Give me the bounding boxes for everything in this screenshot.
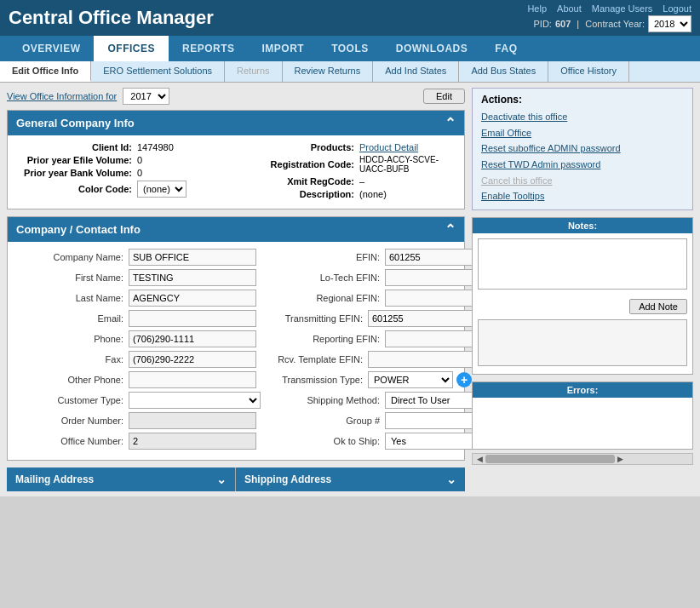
scrollbar-area: ◀ ▶ xyxy=(472,453,693,465)
shipping-chevron-icon: ⌄ xyxy=(446,473,456,486)
mailing-address-panel[interactable]: Mailing Address ⌄ xyxy=(7,467,236,491)
customer-type-select[interactable] xyxy=(129,392,261,409)
company-name-row: Company Name: xyxy=(18,249,261,266)
company-contact-info-title: Company / Contact Info xyxy=(16,223,141,236)
prior-efile-label: Prior year Efile Volume: xyxy=(18,155,137,165)
fax-label: Fax: xyxy=(18,354,129,364)
collapse-icon: ⌃ xyxy=(445,115,456,131)
help-link[interactable]: Help xyxy=(527,3,547,14)
other-phone-row: Other Phone: xyxy=(18,371,261,388)
email-label: Email: xyxy=(18,313,129,324)
general-company-info-panel: General Company Info ⌃ Client Id: 147498… xyxy=(7,110,465,209)
reg-code-row: Registration Code: HDCD-ACCY-SCVE-UACC-B… xyxy=(240,155,454,174)
shipping-address-panel[interactable]: Shipping Address ⌄ xyxy=(236,467,465,491)
about-link[interactable]: About xyxy=(557,3,582,14)
order-number-row: Order Number: xyxy=(18,412,261,429)
transmission-type-select[interactable]: POWER xyxy=(368,371,453,388)
view-info-left: View Office Information for 2017 2018 xyxy=(7,88,169,105)
cancel-office-link[interactable]: Cancel this office xyxy=(481,173,684,189)
edit-button[interactable]: Edit xyxy=(423,89,465,104)
view-year-select[interactable]: 2017 2018 xyxy=(123,88,169,105)
order-number-label: Order Number: xyxy=(18,416,129,426)
other-phone-input[interactable] xyxy=(129,371,256,388)
nav-overview[interactable]: OVERVIEW xyxy=(9,36,94,61)
nav-reports[interactable]: REPORTS xyxy=(169,36,249,61)
subnav-edit-office-info[interactable]: Edit Office Info xyxy=(0,61,91,82)
collapse-icon-2: ⌃ xyxy=(445,221,456,238)
nav-faq[interactable]: FAQ xyxy=(481,36,531,61)
general-company-info-header[interactable]: General Company Info ⌃ xyxy=(8,111,464,135)
color-code-select[interactable]: (none) xyxy=(137,181,186,198)
regional-efin-label: Regional EFIN: xyxy=(274,293,385,303)
deactivate-office-link[interactable]: Deactivate this office xyxy=(481,109,684,125)
client-id-label: Client Id: xyxy=(18,142,137,152)
description-label: Description: xyxy=(240,189,359,199)
scrollbar-thumb[interactable] xyxy=(485,455,615,463)
content-wrapper: View Office Information for 2017 2018 Ed… xyxy=(0,83,700,496)
logout-link[interactable]: Logout xyxy=(663,3,691,14)
gen-info-right: Products: Product Detail Registration Co… xyxy=(240,142,454,202)
last-name-input[interactable] xyxy=(129,290,256,307)
app-title: Central Office Manager xyxy=(9,7,214,29)
reg-code-value: HDCD-ACCY-SCVE-UACC-BUFB xyxy=(359,155,454,174)
company-name-input[interactable] xyxy=(129,249,256,266)
nav-import[interactable]: IMPORT xyxy=(249,36,318,61)
top-nav: Help About Manage Users Logout xyxy=(527,3,691,14)
prior-bank-value: 0 xyxy=(137,168,142,178)
notes-textarea[interactable] xyxy=(478,238,687,290)
contract-year-select[interactable]: 2018 2017 2016 xyxy=(648,15,691,32)
first-name-row: First Name: xyxy=(18,269,261,286)
subnav-office-history[interactable]: Office History xyxy=(548,61,629,82)
add-transmission-icon[interactable]: + xyxy=(456,372,472,387)
actions-title: Actions: xyxy=(481,94,684,106)
office-number-input[interactable] xyxy=(129,433,256,450)
mailing-address-label: Mailing Address xyxy=(15,473,94,485)
client-id-value: 1474980 xyxy=(137,142,174,152)
subnav-returns[interactable]: Returns xyxy=(225,61,283,82)
subnav-review-returns[interactable]: Review Returns xyxy=(283,61,374,82)
last-name-label: Last Name: xyxy=(18,293,129,303)
view-office-link[interactable]: View Office Information for xyxy=(7,91,117,101)
scroll-right-icon[interactable]: ▶ xyxy=(615,455,626,463)
enable-tooltips-link[interactable]: Enable Tooltips xyxy=(481,188,684,204)
subnav-add-bus-states[interactable]: Add Bus States xyxy=(459,61,548,82)
nav-downloads[interactable]: DOWNLOADS xyxy=(382,36,482,61)
first-name-input[interactable] xyxy=(129,269,256,286)
shipping-address-label: Shipping Address xyxy=(244,473,331,485)
reset-suboffice-link[interactable]: Reset suboffice ADMIN password xyxy=(481,141,684,157)
scroll-left-icon[interactable]: ◀ xyxy=(474,455,485,463)
rcv-template-efin-input[interactable] xyxy=(368,351,487,368)
xmit-reg-value: – xyxy=(359,176,364,186)
ok-to-ship-label: Ok to Ship: xyxy=(274,436,385,446)
manage-users-link[interactable]: Manage Users xyxy=(592,3,653,14)
xmit-reg-row: Xmit RegCode: – xyxy=(240,176,454,186)
notes-display-area[interactable] xyxy=(478,319,687,366)
product-detail-link[interactable]: Product Detail xyxy=(359,142,418,152)
bottom-sections: Mailing Address ⌄ Shipping Address ⌄ xyxy=(7,467,465,491)
nav-offices[interactable]: OFFICES xyxy=(94,36,169,61)
shipping-method-label: Shipping Method: xyxy=(274,395,385,405)
color-code-row: Color Code: (none) xyxy=(18,181,232,198)
nav-tools[interactable]: TOOLS xyxy=(318,36,382,61)
subnav-ero-settlement[interactable]: ERO Settlement Solutions xyxy=(91,61,225,82)
office-number-row: Office Number: xyxy=(18,433,261,450)
email-input[interactable] xyxy=(129,310,256,327)
fax-input[interactable] xyxy=(129,351,256,368)
order-number-input[interactable] xyxy=(129,412,256,429)
reset-twd-link[interactable]: Reset TWD Admin password xyxy=(481,157,684,173)
efin-label: EFIN: xyxy=(274,252,385,262)
contact-left: Company Name: First Name: Last Name: xyxy=(18,249,261,453)
pid-label: PID: xyxy=(534,19,552,29)
subnav-add-ind-states[interactable]: Add Ind States xyxy=(373,61,459,82)
sidebar: Actions: Deactivate this office Email Of… xyxy=(472,88,693,491)
group-number-label: Group # xyxy=(274,416,385,426)
company-name-label: Company Name: xyxy=(18,252,129,262)
phone-input[interactable] xyxy=(129,330,256,347)
email-row: Email: xyxy=(18,310,261,327)
transmitting-efin-input[interactable] xyxy=(368,310,487,327)
add-note-button[interactable]: Add Note xyxy=(629,299,687,314)
description-row: Description: (none) xyxy=(240,189,454,199)
prior-bank-label: Prior year Bank Volume: xyxy=(18,168,137,178)
email-office-link[interactable]: Email Office xyxy=(481,125,684,141)
company-contact-info-header[interactable]: Company / Contact Info ⌃ xyxy=(8,217,464,242)
